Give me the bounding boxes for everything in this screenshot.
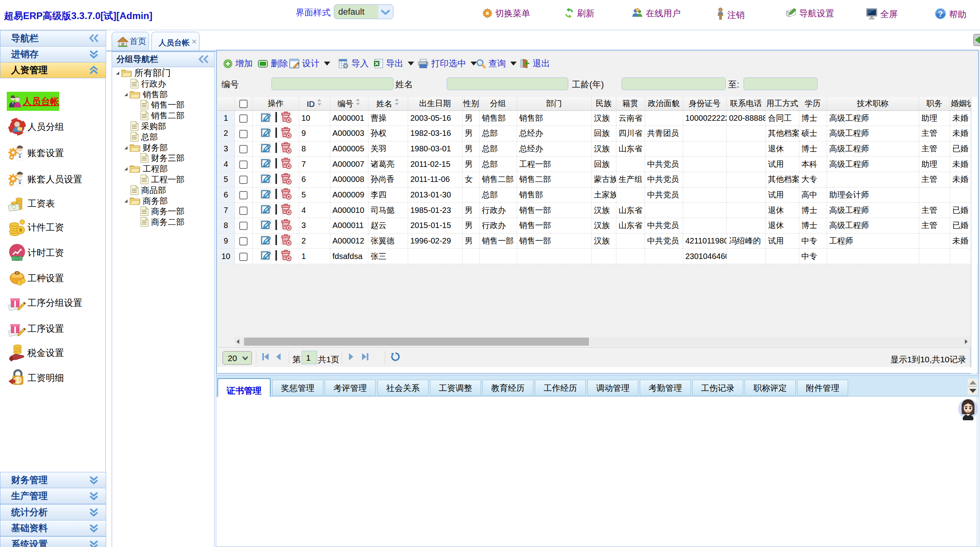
svg-text:$: $ — [16, 377, 20, 384]
svg-text:?: ? — [938, 10, 943, 18]
